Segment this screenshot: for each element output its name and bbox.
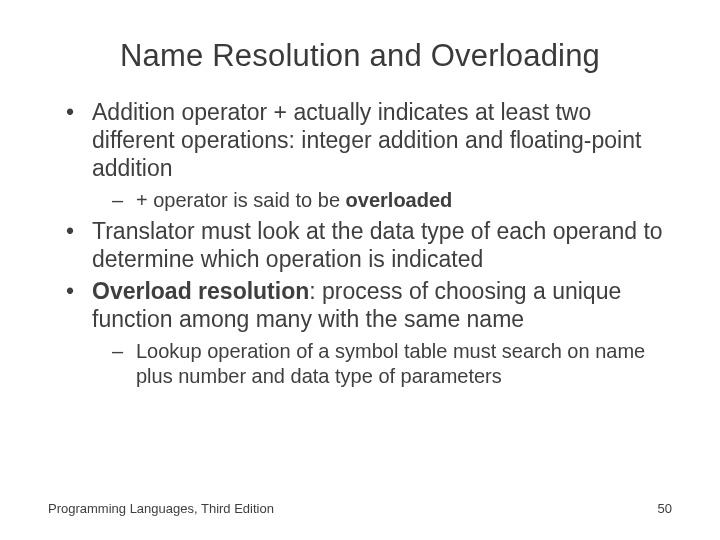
sub-bullet-text: Lookup operation of a symbol table must …	[136, 340, 645, 387]
bullet-item: Addition operator + actually indicates a…	[72, 98, 672, 213]
footer-left: Programming Languages, Third Edition	[48, 501, 274, 516]
slide-title: Name Resolution and Overloading	[48, 38, 672, 74]
sub-bullet-list: + operator is said to be overloaded	[92, 188, 672, 213]
bullet-bold: Overload resolution	[92, 278, 309, 304]
slide: Name Resolution and Overloading Addition…	[0, 0, 720, 540]
sub-bullet-item: Lookup operation of a symbol table must …	[118, 339, 672, 389]
sub-bullet-item: + operator is said to be overloaded	[118, 188, 672, 213]
bullet-text: Translator must look at the data type of…	[92, 218, 663, 272]
page-number: 50	[658, 501, 672, 516]
sub-bullet-bold: overloaded	[346, 189, 453, 211]
slide-footer: Programming Languages, Third Edition 50	[48, 501, 672, 516]
sub-bullet-list: Lookup operation of a symbol table must …	[92, 339, 672, 389]
bullet-item: Overload resolution: process of choosing…	[72, 277, 672, 389]
bullet-text: Addition operator + actually indicates a…	[92, 99, 641, 181]
bullet-list: Addition operator + actually indicates a…	[48, 98, 672, 389]
bullet-item: Translator must look at the data type of…	[72, 217, 672, 273]
sub-bullet-text: + operator is said to be	[136, 189, 346, 211]
